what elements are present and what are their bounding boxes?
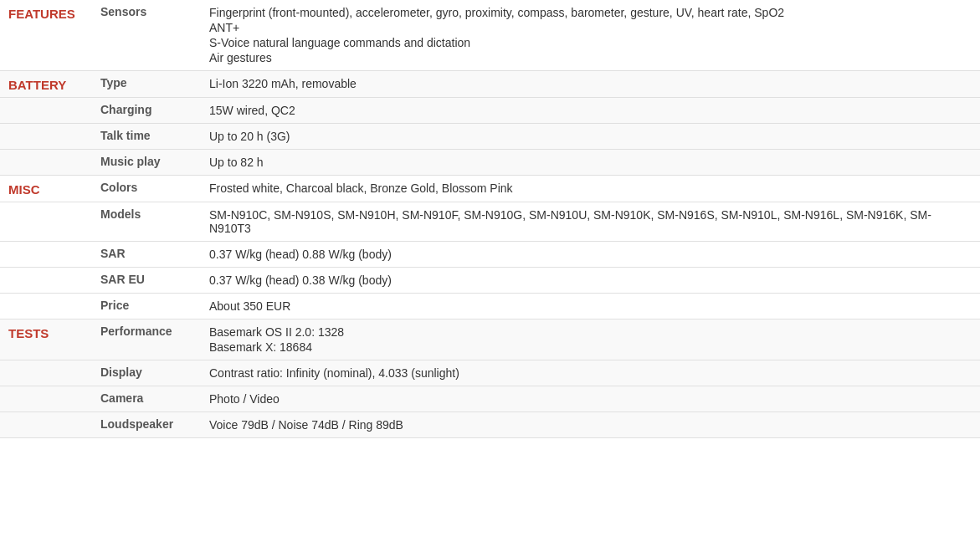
section-label-battery (0, 98, 92, 124)
row-label: Type (92, 71, 201, 98)
value-line: About 350 EUR (209, 299, 972, 314)
row-value: Up to 82 h (201, 150, 980, 176)
value-line: Up to 20 h (3G) (209, 129, 972, 144)
value-line: ANT+ (209, 20, 972, 35)
row-label: Performance (92, 319, 201, 360)
value-line: 0.37 W/kg (head) 0.88 W/kg (body) (209, 247, 972, 262)
row-value: Up to 20 h (3G) (201, 124, 980, 150)
value-line: Fingerprint (front-mounted), acceleromet… (209, 5, 972, 20)
page-wrapper[interactable]: FEATURESSensorsFingerprint (front-mounte… (0, 0, 980, 552)
row-label: Talk time (92, 124, 201, 150)
section-label-battery (0, 150, 92, 176)
value-line: Contrast ratio: Infinity (nominal), 4.03… (209, 365, 972, 381)
row-label: Music play (92, 150, 201, 176)
section-label-misc (0, 202, 92, 242)
section-label-misc (0, 242, 92, 268)
section-label-battery (0, 124, 92, 150)
value-line: Voice 79dB / Noise 74dB / Ring 89dB (209, 417, 972, 432)
table-row: ModelsSM-N910C, SM-N910S, SM-N910H, SM-N… (0, 202, 980, 242)
table-row: Music playUp to 82 h (0, 150, 980, 176)
row-value: Frosted white, Charcoal black, Bronze Go… (201, 176, 980, 202)
table-row: SAR0.37 W/kg (head) 0.88 W/kg (body) (0, 242, 980, 268)
section-label-misc (0, 294, 92, 319)
section-label-tests (0, 412, 92, 438)
section-label-battery: BATTERY (0, 71, 92, 98)
value-line: SM-N910C, SM-N910S, SM-N910H, SM-N910F, … (209, 207, 972, 236)
table-row: DisplayContrast ratio: Infinity (nominal… (0, 360, 980, 386)
row-value: 0.37 W/kg (head) 0.88 W/kg (body) (201, 242, 980, 268)
value-line: 15W wired, QC2 (209, 103, 972, 118)
table-row: TESTSPerformanceBasemark OS II 2.0: 1328… (0, 319, 980, 360)
section-label-features: FEATURES (0, 0, 92, 71)
row-label: Price (92, 294, 201, 319)
row-value: Li-Ion 3220 mAh, removable (201, 71, 980, 98)
section-label-tests (0, 360, 92, 386)
table-row: Talk timeUp to 20 h (3G) (0, 124, 980, 150)
row-label: Display (92, 360, 201, 386)
row-label: Camera (92, 386, 201, 412)
row-value: Voice 79dB / Noise 74dB / Ring 89dB (201, 412, 980, 438)
table-row: LoudspeakerVoice 79dB / Noise 74dB / Rin… (0, 412, 980, 438)
specs-table: FEATURESSensorsFingerprint (front-mounte… (0, 0, 980, 438)
value-line: Photo / Video (209, 391, 972, 406)
table-row: PriceAbout 350 EUR (0, 294, 980, 319)
value-line: 0.37 W/kg (head) 0.38 W/kg (body) (209, 273, 972, 288)
row-value: About 350 EUR (201, 294, 980, 319)
table-row: Charging15W wired, QC2 (0, 98, 980, 124)
row-label: Charging (92, 98, 201, 124)
value-line: Basemark X: 18684 (209, 340, 972, 355)
value-line: Frosted white, Charcoal black, Bronze Go… (209, 181, 972, 196)
value-line: Basemark OS II 2.0: 1328 (209, 325, 972, 340)
value-line: S-Voice natural language commands and di… (209, 35, 972, 50)
row-label: SAR EU (92, 268, 201, 294)
section-label-tests: TESTS (0, 319, 92, 360)
row-label: Sensors (92, 0, 201, 71)
row-label: Models (92, 202, 201, 242)
table-row: BATTERYTypeLi-Ion 3220 mAh, removable (0, 71, 980, 98)
row-label: SAR (92, 242, 201, 268)
row-label: Loudspeaker (92, 412, 201, 438)
table-row: MISCColorsFrosted white, Charcoal black,… (0, 176, 980, 202)
table-row: CameraPhoto / Video (0, 386, 980, 412)
table-row: FEATURESSensorsFingerprint (front-mounte… (0, 0, 980, 71)
table-row: SAR EU0.37 W/kg (head) 0.38 W/kg (body) (0, 268, 980, 294)
row-label: Colors (92, 176, 201, 202)
row-value: SM-N910C, SM-N910S, SM-N910H, SM-N910F, … (201, 202, 980, 242)
row-value: Basemark OS II 2.0: 1328Basemark X: 1868… (201, 319, 980, 360)
value-line: Up to 82 h (209, 155, 972, 170)
row-value: 0.37 W/kg (head) 0.38 W/kg (body) (201, 268, 980, 294)
section-label-misc (0, 268, 92, 294)
row-value: Fingerprint (front-mounted), acceleromet… (201, 0, 980, 71)
value-line: Air gestures (209, 50, 972, 65)
section-label-misc: MISC (0, 176, 92, 202)
value-line: Li-Ion 3220 mAh, removable (209, 76, 972, 91)
section-label-tests (0, 386, 92, 412)
row-value: Photo / Video (201, 386, 980, 412)
row-value: 15W wired, QC2 (201, 98, 980, 124)
row-value: Contrast ratio: Infinity (nominal), 4.03… (201, 360, 980, 386)
